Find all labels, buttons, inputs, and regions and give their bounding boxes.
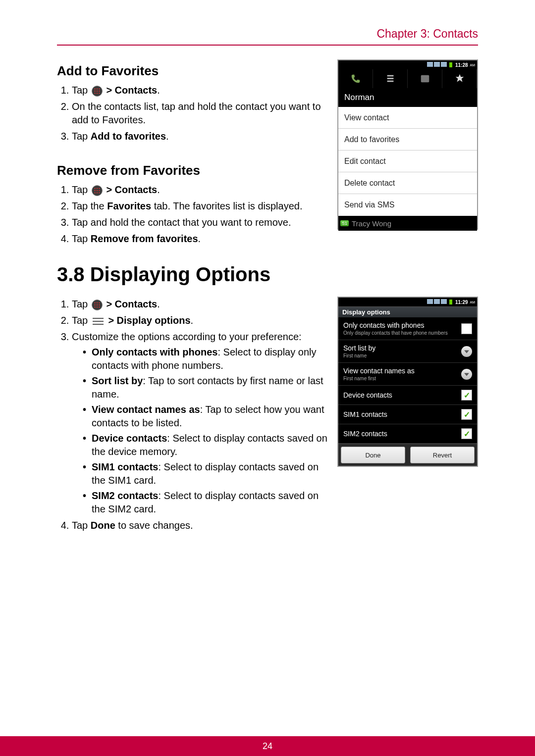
tab-dial[interactable] bbox=[338, 69, 373, 88]
svg-point-3 bbox=[94, 91, 95, 92]
option-row[interactable]: SIM1 contacts bbox=[338, 405, 477, 424]
option-text: SIM1 contacts bbox=[343, 410, 461, 418]
bullet: SIM2 contacts: Select to display contact… bbox=[83, 489, 328, 516]
step: Tap Remove from favorites. bbox=[72, 232, 328, 246]
svg-point-10 bbox=[97, 188, 98, 189]
svg-point-28 bbox=[94, 306, 95, 307]
step: Tap the Favorites tab. The favorites lis… bbox=[72, 200, 328, 213]
option-text: Only contacts with phonesOnly display co… bbox=[343, 321, 461, 336]
ctx-add-to-favorites[interactable]: Add to favorites bbox=[338, 129, 477, 151]
checkbox-icon[interactable] bbox=[461, 323, 472, 334]
option-subtitle: Only display contacts that have phone nu… bbox=[343, 330, 461, 336]
ctx-view-contact[interactable]: View contact bbox=[338, 107, 477, 129]
bullet: SIM1 contacts: Select to display contact… bbox=[83, 460, 328, 487]
svg-point-29 bbox=[97, 306, 98, 307]
displaying-options-heading: 3.8 Displaying Options bbox=[57, 263, 478, 286]
signal-icon bbox=[427, 299, 448, 305]
checkbox-icon[interactable] bbox=[461, 390, 472, 401]
menu-icon bbox=[92, 317, 105, 326]
tab-log[interactable] bbox=[373, 69, 408, 88]
background-contact-row: S1 Tracy Wong bbox=[338, 216, 477, 231]
status-time: 11:29 bbox=[455, 300, 468, 305]
options-bullets: Only contacts with phones: Select to dis… bbox=[83, 346, 328, 516]
option-text: Device contacts bbox=[343, 391, 461, 399]
step: Tap > Contacts. bbox=[72, 84, 328, 97]
ctx-edit-contact[interactable]: Edit contact bbox=[338, 151, 477, 172]
svg-point-27 bbox=[99, 304, 100, 305]
step: Tap Add to favorites. bbox=[72, 130, 328, 143]
svg-point-30 bbox=[99, 306, 100, 307]
svg-point-9 bbox=[94, 188, 95, 189]
svg-point-5 bbox=[99, 91, 100, 92]
tab-favorites[interactable] bbox=[442, 69, 477, 88]
svg-point-26 bbox=[97, 304, 98, 305]
option-row[interactable]: Device contacts bbox=[338, 386, 477, 405]
option-text: View contact names asFirst name first bbox=[343, 367, 461, 381]
ctx-send-via-sms[interactable]: Send via SMS bbox=[338, 194, 477, 216]
svg-rect-21 bbox=[421, 75, 429, 83]
apps-icon bbox=[92, 300, 103, 310]
svg-point-14 bbox=[99, 190, 100, 191]
svg-point-0 bbox=[94, 88, 95, 89]
option-title: Device contacts bbox=[343, 391, 461, 399]
checkbox-icon[interactable] bbox=[461, 409, 472, 420]
checkbox-icon[interactable] bbox=[461, 428, 472, 439]
option-title: SIM1 contacts bbox=[343, 410, 461, 418]
displaying-options-text: Tap > Contacts. Tap bbox=[57, 295, 328, 535]
svg-point-23 bbox=[97, 302, 98, 303]
remove-from-favorites-heading: Remove from Favorites bbox=[57, 163, 328, 178]
step: Tap > Contacts. bbox=[72, 298, 328, 311]
svg-rect-18 bbox=[387, 75, 393, 77]
remove-from-favorites-steps: Tap > Contacts. Tap the Favorites tab. T… bbox=[72, 183, 328, 246]
svg-point-16 bbox=[97, 192, 98, 193]
svg-point-17 bbox=[99, 192, 100, 193]
option-row[interactable]: SIM2 contacts bbox=[338, 424, 477, 444]
step: On the contacts list, tap and hold the c… bbox=[72, 100, 328, 127]
svg-rect-19 bbox=[387, 78, 393, 79]
option-row[interactable]: Only contacts with phonesOnly display co… bbox=[338, 317, 477, 340]
chapter-header: Chapter 3: Contacts bbox=[57, 27, 478, 46]
svg-point-15 bbox=[94, 192, 95, 193]
footer: 24 bbox=[0, 736, 535, 756]
option-row[interactable]: View contact names asFirst name first bbox=[338, 363, 477, 386]
battery-icon bbox=[449, 300, 452, 304]
svg-point-25 bbox=[94, 304, 95, 305]
add-to-favorites-heading: Add to Favorites bbox=[57, 63, 328, 79]
screenshot-display-options: 11:29 AM Display options Only contacts w… bbox=[337, 297, 478, 467]
page-number: 24 bbox=[263, 741, 272, 752]
bullet: Sort list by: Tap to sort contacts by fi… bbox=[83, 374, 328, 401]
signal-icon bbox=[427, 62, 448, 68]
svg-point-22 bbox=[94, 302, 95, 303]
favorites-text-column: Add to Favorites Tap > Contacts. On the … bbox=[57, 56, 328, 249]
bullet: Device contacts: Select to display conta… bbox=[83, 432, 328, 458]
svg-point-4 bbox=[97, 91, 98, 92]
option-title: Only contacts with phones bbox=[343, 321, 461, 329]
step: Customize the options according to your … bbox=[72, 330, 328, 516]
step: Tap > Contacts. bbox=[72, 183, 328, 197]
dropdown-icon[interactable] bbox=[461, 369, 472, 380]
svg-point-7 bbox=[97, 93, 98, 94]
option-title: SIM2 contacts bbox=[343, 430, 461, 438]
display-options-header: Display options bbox=[338, 306, 477, 317]
option-text: SIM2 contacts bbox=[343, 430, 461, 438]
ctx-delete-contact[interactable]: Delete contact bbox=[338, 172, 477, 194]
status-bar: 11:29 AM bbox=[338, 298, 477, 306]
revert-button[interactable]: Revert bbox=[410, 447, 475, 463]
option-subtitle: First name first bbox=[343, 376, 461, 381]
svg-point-6 bbox=[94, 93, 95, 94]
svg-point-13 bbox=[97, 190, 98, 191]
screenshot-contact-context-menu: 11:28 AM Norman View contact Add to favo… bbox=[337, 59, 478, 230]
tab-contacts[interactable] bbox=[408, 69, 442, 88]
done-button[interactable]: Done bbox=[341, 447, 405, 463]
step: Tap Done to save changes. bbox=[72, 519, 328, 532]
option-row[interactable]: Sort list byFirst name bbox=[338, 340, 477, 363]
status-bar: 11:28 AM bbox=[338, 60, 477, 69]
apps-icon bbox=[92, 185, 103, 196]
svg-point-2 bbox=[99, 88, 100, 89]
svg-point-12 bbox=[94, 190, 95, 191]
step: Tap > Display options. bbox=[72, 314, 328, 327]
context-title: Norman bbox=[338, 88, 477, 107]
dropdown-icon[interactable] bbox=[461, 346, 472, 357]
step: Tap and hold the contact that you want t… bbox=[72, 216, 328, 229]
svg-point-11 bbox=[99, 188, 100, 189]
